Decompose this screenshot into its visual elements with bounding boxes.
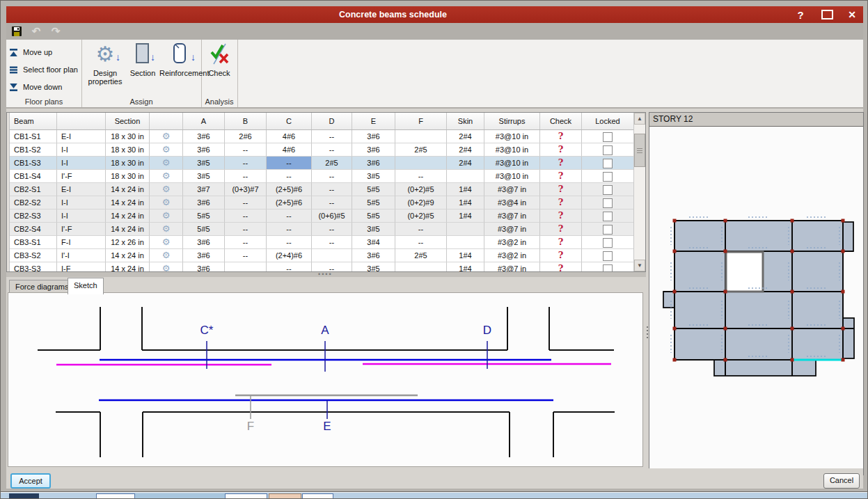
- check-cell[interactable]: ?: [540, 170, 582, 183]
- bars-e-cell[interactable]: 3#5: [352, 262, 395, 271]
- locked-cell[interactable]: [582, 157, 634, 170]
- column-header-stirrups[interactable]: Stirrups: [484, 113, 540, 129]
- undo-icon[interactable]: ↶: [30, 25, 42, 38]
- locked-checkbox[interactable]: [603, 159, 613, 168]
- skin-cell[interactable]: [447, 223, 484, 236]
- locked-cell[interactable]: [582, 143, 634, 157]
- gear-cell[interactable]: ⚙: [150, 236, 183, 249]
- table-row-CB1-S3[interactable]: CB1-S3I-I18 x 30 in⚙3#5----2#53#62#4#3@1…: [10, 157, 634, 170]
- check-cell[interactable]: ?: [540, 262, 582, 271]
- stirrups-cell[interactable]: #3@7 in: [484, 223, 540, 236]
- bars-d-cell[interactable]: --: [312, 183, 352, 196]
- bars-f-cell[interactable]: --: [395, 170, 447, 183]
- check-cell[interactable]: ?: [540, 143, 582, 157]
- bars-c-cell[interactable]: --: [267, 236, 312, 249]
- bars-a-cell[interactable]: 5#5: [183, 223, 225, 236]
- bars-d-cell[interactable]: [312, 249, 352, 262]
- bars-b-cell[interactable]: (0+3)#7: [225, 183, 267, 196]
- check-status-icon[interactable]: ?: [558, 263, 564, 271]
- design-properties-gear-icon[interactable]: ⚙: [162, 144, 171, 155]
- locked-cell[interactable]: [582, 262, 634, 271]
- column-header-b[interactable]: B: [225, 113, 267, 129]
- stirrups-cell[interactable]: #3@7 in: [484, 209, 540, 223]
- beam-id-cell[interactable]: CB1-S2: [10, 143, 57, 157]
- gear-cell[interactable]: ⚙: [150, 262, 183, 271]
- span-cell[interactable]: I'-I: [57, 249, 106, 262]
- section-cell[interactable]: 14 x 24 in: [106, 249, 150, 262]
- bars-b-cell[interactable]: --: [225, 170, 267, 183]
- bars-e-cell[interactable]: 3#6: [352, 130, 395, 143]
- bars-a-cell[interactable]: 3#7: [183, 183, 225, 196]
- design-properties-gear-icon[interactable]: ⚙: [162, 197, 171, 207]
- gear-cell[interactable]: ⚙: [150, 130, 183, 143]
- move-down-button[interactable]: Move down: [9, 80, 62, 94]
- stirrups-cell[interactable]: #3@2 in: [484, 249, 540, 262]
- check-status-icon[interactable]: ?: [558, 131, 564, 141]
- bars-e-cell[interactable]: 3#6: [352, 143, 395, 157]
- check-cell[interactable]: ?: [540, 183, 582, 196]
- bars-c-cell[interactable]: --: [267, 223, 312, 236]
- beam-id-cell[interactable]: CB2-S4: [10, 223, 57, 236]
- locked-checkbox[interactable]: [603, 251, 613, 261]
- gear-cell[interactable]: ⚙: [150, 249, 183, 262]
- stirrups-cell[interactable]: #3@10 in: [484, 157, 540, 170]
- bars-b-cell[interactable]: [225, 262, 267, 271]
- bars-d-cell[interactable]: --: [312, 223, 352, 236]
- scrollbar-thumb[interactable]: [634, 134, 645, 167]
- bars-f-cell[interactable]: --: [395, 236, 447, 249]
- bars-e-cell[interactable]: 3#6: [352, 157, 395, 170]
- cancel-button[interactable]: Cancel: [823, 473, 860, 489]
- bars-d-cell[interactable]: --: [312, 170, 352, 183]
- help-button[interactable]: ?: [791, 6, 810, 23]
- stirrups-cell[interactable]: #3@10 in: [484, 143, 540, 157]
- section-cell[interactable]: 14 x 24 in: [106, 196, 150, 209]
- design-properties-gear-icon[interactable]: ⚙: [162, 237, 171, 247]
- locked-checkbox[interactable]: [603, 238, 613, 248]
- table-vertical-scrollbar[interactable]: ▲ ▼: [633, 113, 645, 271]
- bars-f-cell[interactable]: (0+2)#9: [395, 196, 447, 209]
- bars-c-cell[interactable]: --: [267, 170, 312, 183]
- reinforcement-button[interactable]: ↓ Reinforcement: [159, 42, 200, 95]
- column-header-check[interactable]: Check: [540, 113, 582, 129]
- span-cell[interactable]: I-I: [57, 157, 106, 170]
- bars-f-cell[interactable]: 2#5: [395, 249, 447, 262]
- skin-cell[interactable]: 1#4: [447, 262, 484, 271]
- tab-sketch[interactable]: Sketch: [68, 278, 104, 294]
- locked-cell[interactable]: [582, 223, 634, 236]
- bars-b-cell[interactable]: --: [225, 236, 267, 249]
- locked-checkbox[interactable]: [603, 225, 613, 235]
- skin-cell[interactable]: 2#4: [447, 157, 484, 170]
- table-row-CB2-S2[interactable]: CB2-S2I-I14 x 24 in⚙3#6--(2+5)#6--5#5(0+…: [10, 196, 634, 209]
- gear-cell[interactable]: ⚙: [150, 209, 183, 223]
- locked-checkbox[interactable]: [603, 132, 613, 142]
- close-button[interactable]: ✕: [843, 6, 861, 23]
- stirrups-cell[interactable]: #3@10 in: [484, 170, 540, 183]
- tab-force-diagrams[interactable]: Force diagrams: [9, 280, 74, 294]
- table-row-CB1-S2[interactable]: CB1-S2I-I18 x 30 in⚙3#6--4#6--3#62#52#4#…: [10, 143, 634, 157]
- check-status-icon[interactable]: ?: [558, 171, 564, 181]
- bars-e-cell[interactable]: 3#6: [352, 249, 395, 262]
- check-status-icon[interactable]: ?: [558, 184, 564, 194]
- move-up-button[interactable]: Move up: [9, 45, 52, 59]
- stirrups-cell[interactable]: #3@7 in: [484, 262, 540, 271]
- accept-button[interactable]: Accept: [10, 473, 51, 489]
- beam-id-cell[interactable]: CB2-S2: [10, 196, 57, 209]
- design-properties-gear-icon[interactable]: ⚙: [162, 223, 171, 234]
- bars-e-cell[interactable]: 5#5: [352, 183, 395, 196]
- span-cell[interactable]: I-I: [57, 143, 106, 157]
- section-button[interactable]: ↓ Section: [126, 42, 159, 95]
- span-cell[interactable]: E-I: [57, 130, 106, 143]
- skin-cell[interactable]: [447, 170, 484, 183]
- beam-id-cell[interactable]: CB3-S2: [10, 249, 57, 262]
- check-button[interactable]: Check: [204, 42, 235, 95]
- check-status-icon[interactable]: ?: [558, 144, 564, 155]
- stirrups-cell[interactable]: #3@4 in: [484, 196, 540, 209]
- gear-cell[interactable]: ⚙: [150, 157, 183, 170]
- bars-f-cell[interactable]: 2#5: [395, 143, 447, 157]
- stirrups-cell[interactable]: #3@7 in: [484, 183, 540, 196]
- redo-icon[interactable]: ↷: [49, 25, 62, 38]
- beam-id-cell[interactable]: CB3-S3: [10, 262, 57, 271]
- bars-b-cell[interactable]: --: [225, 209, 267, 223]
- check-status-icon[interactable]: ?: [558, 197, 564, 207]
- section-cell[interactable]: 12 x 26 in: [106, 236, 150, 249]
